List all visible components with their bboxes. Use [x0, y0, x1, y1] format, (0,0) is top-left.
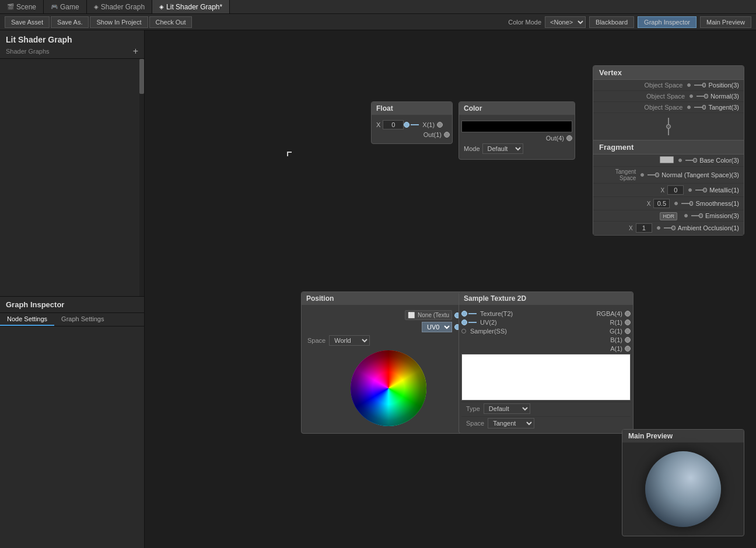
- float-node-body: X X(1) Out(1): [372, 115, 452, 143]
- fragment-metallic-name: Metallic(1): [709, 187, 739, 194]
- fragment-ao-in-port[interactable]: [657, 226, 660, 230]
- none-texture-label: ⬜ None (Textu: [405, 310, 452, 320]
- rgba-out-port[interactable]: [625, 311, 631, 317]
- inspector-tabs: Node Settings Graph Settings: [0, 313, 144, 326]
- float-x-input[interactable]: [383, 120, 404, 129]
- texture-space-select[interactable]: Tangent: [488, 418, 534, 428]
- sampler-radio[interactable]: [461, 329, 466, 333]
- float-out-row: Out(1): [374, 131, 450, 138]
- texture-type-select[interactable]: Default: [484, 403, 530, 414]
- connector-line-4: [685, 160, 693, 161]
- connector-midpoint: [666, 124, 671, 129]
- connector-circle-5: [655, 173, 659, 177]
- color-mode-select[interactable]: <None>: [545, 16, 586, 28]
- texture-row: Texture(T2) RGBA(4): [461, 310, 631, 317]
- fragment-emission-hdr-label: HDR: [598, 212, 680, 219]
- connector-line-8: [691, 215, 699, 216]
- tab-lit-shader-graph[interactable]: ◈ Lit Shader Graph*: [152, 0, 230, 13]
- b-out-port[interactable]: [625, 337, 631, 343]
- blackboard-button[interactable]: Blackboard: [589, 16, 634, 28]
- shader-graphs-label: Shader Graphs: [6, 48, 50, 55]
- smoothness-value-input[interactable]: [653, 199, 670, 208]
- float-x1-label: X(1): [422, 121, 435, 128]
- texture-space-label: Space: [466, 420, 484, 427]
- fragment-metallic-input-label: X: [598, 185, 684, 195]
- add-shader-graph-button[interactable]: +: [133, 47, 138, 56]
- fragment-emission-name: Emission(3): [705, 212, 739, 219]
- float-x-in-port[interactable]: [404, 122, 410, 128]
- uv-in-port[interactable]: [461, 319, 467, 325]
- fragment-smoothness-connector: [681, 201, 693, 206]
- fragment-normal-in-port[interactable]: [640, 173, 644, 177]
- fragment-base-color-in-port[interactable]: [678, 159, 682, 162]
- scrollbar-vertical[interactable]: [139, 59, 144, 296]
- scrollbar-thumb[interactable]: [139, 59, 144, 94]
- color-out-port[interactable]: [566, 135, 572, 141]
- graph-inspector-button[interactable]: Graph Inspector: [638, 16, 696, 28]
- tab-shader-graph[interactable]: ◈ Shader Graph: [87, 0, 152, 13]
- vertex-normal-in-port[interactable]: [690, 94, 693, 98]
- ao-value-input[interactable]: [636, 223, 652, 233]
- sample-texture-node-header: Sample Texture 2D: [459, 292, 633, 305]
- fragment-smoothness-in-port[interactable]: [674, 202, 678, 205]
- check-out-button[interactable]: Check Out: [149, 16, 192, 28]
- texture-icon: ⬜: [408, 312, 415, 318]
- save-asset-button[interactable]: Save Asset: [5, 16, 50, 28]
- color-wheel-container: [304, 347, 473, 430]
- tab-scene[interactable]: 🎬 Scene: [0, 0, 44, 13]
- color-mode-dropdown[interactable]: Default: [482, 143, 523, 154]
- sampler-row: Sampler(SS) G(1): [461, 328, 631, 335]
- smoothness-x-label: X: [647, 201, 651, 207]
- save-as-button[interactable]: Save As.: [51, 16, 89, 28]
- position-space-dropdown[interactable]: World: [329, 335, 370, 346]
- r-out-port[interactable]: [625, 319, 631, 325]
- sample-texture-node-body: Texture(T2) RGBA(4) UV(2) R(1) Sampler(S…: [459, 305, 633, 433]
- scene-icon: 🎬: [7, 3, 14, 10]
- canvas-area[interactable]: Float X X(1) Out(1) Color: [145, 30, 756, 548]
- vertex-tangent-connector: [694, 104, 706, 110]
- main-preview-toolbar-button[interactable]: Main Preview: [700, 16, 751, 28]
- tab-graph-settings[interactable]: Graph Settings: [54, 313, 111, 326]
- main-preview-body: [622, 442, 744, 536]
- color-mode-row: Mode Default: [461, 143, 572, 154]
- texture-in-port[interactable]: [461, 311, 467, 317]
- fragment-metallic-in-port[interactable]: [688, 188, 692, 192]
- float-x1-out-port[interactable]: [437, 122, 443, 128]
- fragment-ao-name: Ambient Occlusion(1): [678, 224, 739, 231]
- fragment-ao-connector: [664, 225, 676, 231]
- show-in-project-button[interactable]: Show In Project: [90, 16, 148, 28]
- tab-node-settings[interactable]: Node Settings: [0, 313, 54, 326]
- vertex-tangent-in-port[interactable]: [687, 106, 691, 109]
- color-mode-label: Color Mode: [508, 19, 541, 26]
- vertex-normal-row: Object Space Normal(3): [593, 91, 744, 102]
- float-out-port[interactable]: [444, 132, 450, 138]
- color-out-label: Out(4): [546, 135, 564, 142]
- left-panel-scroll-area: [0, 59, 144, 296]
- tab-game-label: Game: [60, 3, 79, 11]
- a-out-port[interactable]: [625, 346, 631, 352]
- graph-inspector-title: Graph Inspector: [0, 297, 144, 313]
- vertex-position-row: Object Space Position(3): [593, 80, 744, 91]
- fragment-emission-in-port[interactable]: [684, 214, 688, 217]
- position-node: Position ⬜ None (Textu UV0: [301, 291, 476, 434]
- b-row: B(1): [461, 336, 631, 343]
- connector-circle-9: [671, 226, 676, 230]
- fragment-base-color-swatch-label: [598, 156, 674, 164]
- tab-game[interactable]: 🎮 Game: [44, 0, 87, 13]
- fragment-normal-row: Tangent Space Normal (Tangent Space)(3): [593, 167, 744, 184]
- tab-shader-graph-label: Shader Graph: [101, 3, 145, 11]
- sampler-label: Sampler(SS): [470, 328, 507, 335]
- connector-circle-3: [702, 105, 706, 110]
- connector-line-2: [696, 96, 704, 97]
- uv-dropdown[interactable]: UV0: [422, 322, 452, 332]
- main-preview-panel: Main Preview: [622, 429, 744, 536]
- position-space-row: Space World: [304, 334, 473, 347]
- g-out-port[interactable]: [625, 328, 631, 334]
- position-space-label: Space: [307, 337, 326, 344]
- vertex-position-in-port[interactable]: [687, 83, 691, 87]
- color-swatch[interactable]: [461, 121, 572, 132]
- metallic-value-input[interactable]: [667, 185, 684, 195]
- sample-texture-2d-node: Sample Texture 2D Texture(T2) RGBA(4) UV…: [459, 291, 634, 434]
- connector-circle-2: [704, 94, 708, 99]
- float-out-label: Out(1): [424, 131, 442, 138]
